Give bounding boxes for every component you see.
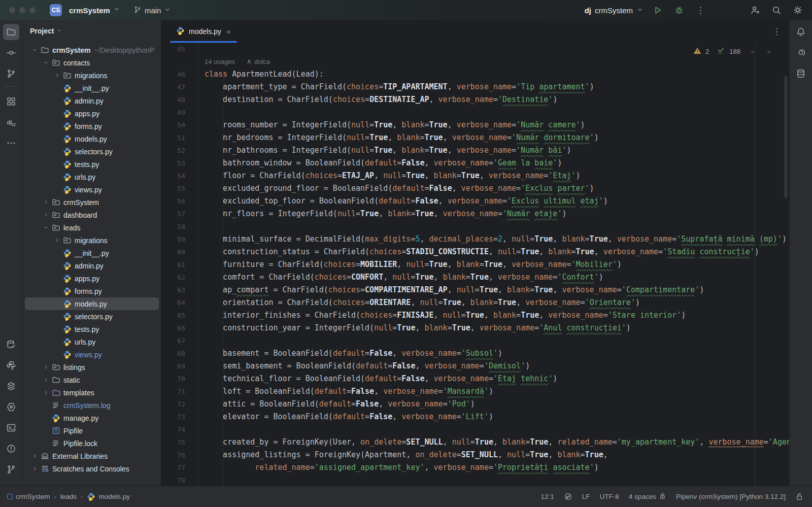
tab-models-py[interactable]: models.py × (170, 20, 237, 43)
code-line-77[interactable]: 77 related_name='assigned_apartment_key'… (161, 461, 789, 474)
line-number[interactable]: 54 (161, 172, 185, 180)
tool-stripe-git-branch-icon[interactable] (3, 461, 19, 478)
tree-item-manage-py[interactable]: manage.py (25, 412, 159, 424)
line-number[interactable]: 72 (161, 400, 185, 408)
line-number[interactable]: 58 (161, 223, 185, 230)
code-line-54[interactable]: 54 floor = CharField(choices=ETAJ_AP, nu… (161, 170, 789, 182)
chevron-right-icon[interactable] (29, 453, 40, 459)
tree-item-contacts[interactable]: contacts (25, 56, 159, 69)
tab-close-icon[interactable]: × (226, 27, 231, 36)
line-number[interactable]: 51 (161, 134, 185, 142)
code-line-51[interactable]: 51 nr_bedrooms = IntegerField(null=True,… (161, 131, 789, 144)
code-line-64[interactable]: 64 orientation = CharField(choices=ORIEN… (161, 296, 789, 309)
line-number[interactable]: 60 (161, 248, 185, 256)
tree-item-migrations[interactable]: migrations (25, 234, 159, 247)
tree-item-urls-py[interactable]: urls.py (25, 171, 159, 183)
tree-item--init-py[interactable]: __init__.py (25, 82, 159, 94)
tree-item-crmsystem-log[interactable]: crmSystem.log (25, 399, 159, 412)
tool-stripe-django-structure-icon[interactable]: dj (3, 114, 19, 130)
chevron-right-icon[interactable] (41, 199, 51, 206)
line-number[interactable]: 77 (161, 464, 185, 471)
project-widget[interactable]: CS crmSystem (50, 4, 120, 16)
line-number[interactable]: 67 (161, 337, 185, 345)
chevron-right-icon[interactable] (41, 364, 51, 370)
line-number[interactable]: 46 (161, 71, 185, 78)
line-number[interactable]: 62 (161, 274, 185, 281)
line-number[interactable]: 47 (161, 83, 185, 91)
tool-stripe-python-console-icon[interactable] (3, 357, 19, 374)
caret-position-widget[interactable]: 12:1 (541, 493, 554, 500)
code-line-61[interactable]: 61 furniture = CharField(choices=MOBILIE… (161, 258, 789, 271)
line-number[interactable]: 59 (161, 235, 185, 243)
line-number[interactable]: 74 (161, 426, 185, 433)
code-line-76[interactable]: 76 assigned_listings = ForeignKey(Apartm… (161, 449, 789, 461)
chevron-down-icon[interactable] (29, 47, 40, 53)
tree-item-static[interactable]: static (25, 374, 159, 386)
line-number[interactable]: 45 (161, 45, 185, 53)
breadcrumb-item-models-py[interactable]: models.py (87, 492, 130, 501)
code-line-46[interactable]: 46class ApartmentLead(Lead): (161, 68, 789, 81)
code-line-74[interactable]: 74 (161, 423, 789, 436)
tool-stripe-problems-icon[interactable] (3, 441, 19, 457)
code-line-48[interactable]: 48 destination = CharField(choices=DESTI… (161, 93, 789, 106)
code-line-72[interactable]: 72 attic = BooleanField(default=False, v… (161, 398, 789, 411)
usages-hint[interactable]: 14 usages (205, 55, 235, 68)
code-with-me-button[interactable] (748, 3, 762, 17)
tree-item-tests-py[interactable]: tests.py (25, 158, 159, 171)
inspection-widget[interactable]: 2 188 (693, 47, 772, 56)
line-number[interactable]: 73 (161, 413, 185, 421)
run-button[interactable] (651, 3, 665, 17)
line-number[interactable]: 53 (161, 159, 185, 167)
usages-author-hint[interactable]: 14 usagesdolca (205, 55, 270, 68)
line-number[interactable]: 64 (161, 299, 185, 307)
tree-item-leads[interactable]: leads (25, 221, 159, 234)
code-line-53[interactable]: 53 bathroom_window = BooleanField(defaul… (161, 157, 789, 170)
tree-item-crmsystem[interactable]: crmSystem (25, 196, 159, 209)
next-problem-button[interactable] (766, 49, 772, 55)
window-zoom-button[interactable] (29, 7, 36, 13)
tool-stripe-run-anything-icon[interactable] (3, 399, 19, 415)
tool-stripe-project-folder-icon[interactable] (3, 24, 19, 40)
chevron-right-icon[interactable] (29, 465, 40, 472)
tree-item-migrations[interactable]: migrations (25, 69, 159, 82)
tree-item-listings[interactable]: listings (25, 361, 159, 374)
code-line-62[interactable]: 62 comfort = CharField(choices=CONFORT, … (161, 271, 789, 284)
code-line-50[interactable]: 50 rooms_number = IntegerField(null=True… (161, 119, 789, 131)
tree-item-models-py[interactable]: models.py (25, 297, 159, 310)
chevron-right-icon[interactable] (41, 377, 51, 383)
chevron-right-icon[interactable] (52, 72, 62, 79)
code-editor[interactable]: 4514 usagesdolca46class ApartmentLead(Le… (161, 43, 789, 486)
code-line-69[interactable]: 69 semi_basement = BooleanField(default=… (161, 360, 789, 373)
code-line-56[interactable]: 56 excluded_top_floor = BooleanField(def… (161, 195, 789, 208)
line-number[interactable]: 70 (161, 375, 185, 383)
code-line-47[interactable]: 47 apartment_type = CharField(choices=TI… (161, 81, 789, 93)
tree-item-pipfile-lock[interactable]: Pipfile.lock (25, 437, 159, 450)
line-number[interactable]: 49 (161, 109, 185, 116)
tool-stripe-commit-icon[interactable] (3, 45, 19, 61)
tree-item-admin-py[interactable]: admin.py (25, 94, 159, 107)
author-hint[interactable]: dolca (246, 55, 270, 68)
line-number[interactable]: 71 (161, 388, 185, 395)
code-line-57[interactable]: 57 nr_floors = IntegerField(null=True, b… (161, 208, 789, 220)
line-number[interactable]: 76 (161, 451, 185, 459)
code-line-78[interactable]: 78 (161, 474, 789, 486)
file-writable-lock-icon[interactable] (795, 492, 804, 501)
tree-item-views-py[interactable]: views.py (25, 348, 159, 361)
chevron-right-icon[interactable] (41, 212, 51, 218)
line-separator-widget[interactable]: LF (582, 493, 590, 500)
tool-stripe-database-check-icon[interactable] (3, 336, 19, 353)
tree-item-urls-py[interactable]: urls.py (25, 335, 159, 348)
line-number[interactable]: 48 (161, 96, 185, 104)
line-number[interactable]: 63 (161, 286, 185, 294)
code-line-68[interactable]: 68 basement = BooleanField(default=False… (161, 347, 789, 360)
line-number[interactable]: 61 (161, 261, 185, 268)
tree-item-selectors-py[interactable]: selectors.py (25, 145, 159, 158)
vcs-branch-widget[interactable]: main (133, 6, 172, 15)
debug-button[interactable] (672, 3, 686, 17)
code-line-60[interactable]: 60 construction_status = CharField(choic… (161, 246, 789, 258)
python-interpreter-widget[interactable]: Pipenv (crmSystem) [Python 3.12.2] (676, 493, 786, 500)
line-number[interactable]: 69 (161, 362, 185, 370)
window-close-button[interactable] (9, 7, 15, 13)
grammar-check-icon[interactable] (564, 492, 572, 501)
tree-item-admin-py[interactable]: admin.py (25, 259, 159, 272)
